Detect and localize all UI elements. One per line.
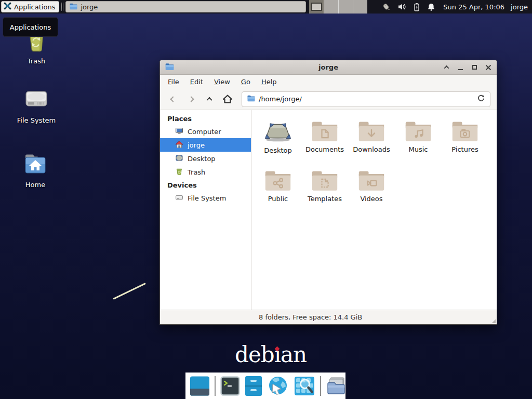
videos-folder-icon [357, 169, 385, 193]
folder-label: Public [268, 195, 288, 203]
forward-button[interactable] [184, 92, 198, 106]
terminal-launcher[interactable] [220, 376, 240, 396]
top-panel: Applications jorge [0, 0, 532, 14]
workspace-1-active[interactable] [309, 0, 324, 14]
folder-label: Downloads [353, 145, 390, 153]
desktop-line-artifact [113, 283, 145, 300]
taskbar-window-button[interactable]: jorge [65, 1, 306, 12]
close-button[interactable] [485, 64, 492, 71]
mouse-settings-icon[interactable] [381, 3, 391, 11]
trash-mini-icon [175, 167, 183, 177]
desktop-icon-home[interactable]: Home [4, 151, 66, 189]
web-browser-launcher[interactable] [267, 375, 289, 397]
location-path-text[interactable]: /home/jorge/ [259, 95, 302, 103]
menu-go[interactable]: Go [241, 78, 250, 86]
folder-item-music[interactable]: Music [395, 116, 442, 166]
menu-view[interactable]: View [214, 78, 230, 86]
applications-menu-button[interactable]: Applications [1, 1, 59, 12]
dock-separator [215, 376, 216, 396]
sidebar-item-desktop[interactable]: Desktop [160, 152, 251, 165]
location-bar[interactable]: /home/jorge/ [242, 91, 490, 107]
folder-label: Desktop [264, 147, 292, 154]
documents-folder-icon [311, 119, 339, 144]
app-finder-launcher[interactable] [294, 376, 315, 396]
window-title: jorge [318, 63, 338, 71]
dock [185, 373, 345, 399]
folder-grid: Desktop Docume [255, 116, 497, 215]
sidebar-item-trash[interactable]: Trash [160, 165, 251, 179]
tooltip-text: Applications [10, 23, 51, 31]
sidebar-item-label: Trash [188, 168, 205, 176]
panel-username[interactable]: jorge [511, 3, 528, 11]
show-desktop-launcher[interactable] [190, 376, 210, 396]
window-folder-icon [165, 62, 174, 72]
logo-text: deb [235, 342, 274, 367]
desktop-icon-filesystem[interactable]: File System [5, 86, 68, 124]
desktop-special-icon [263, 119, 293, 145]
logo-dotless-i: ı [274, 342, 281, 367]
sidebar-item-label: Computer [188, 128, 221, 136]
back-button[interactable] [166, 92, 180, 106]
file-manager-window: jorge File Edit View Go Help [159, 60, 497, 325]
folder-item-documents[interactable]: Documents [301, 116, 348, 166]
workspace-switcher[interactable] [309, 0, 367, 14]
applications-x-icon [4, 2, 11, 11]
resize-grip[interactable] [491, 319, 496, 323]
notification-bell-icon[interactable] [427, 3, 435, 11]
minimize-button[interactable] [457, 64, 464, 71]
up-button[interactable] [203, 92, 216, 106]
desktop-icon-label: File System [17, 116, 56, 124]
maximize-button[interactable] [471, 64, 478, 71]
folder-item-pictures[interactable]: Pictures [442, 116, 488, 166]
window-titlebar[interactable]: jorge [160, 60, 497, 75]
desktop-mini-icon [175, 154, 183, 164]
dock-separator [320, 376, 321, 396]
folder-label: Videos [360, 195, 382, 203]
computer-icon [175, 127, 183, 137]
home-folder-icon [22, 151, 49, 178]
folder-item-public[interactable]: Public [255, 166, 301, 215]
workspace-4[interactable] [353, 0, 367, 14]
folder-item-downloads[interactable]: Downloads [348, 116, 395, 166]
sidebar-item-computer[interactable]: Computer [160, 125, 251, 138]
menu-edit[interactable]: Edit [190, 78, 203, 86]
sidebar-item-label: jorge [188, 141, 205, 149]
status-bar: 8 folders, Free space: 14.4 GiB [160, 310, 497, 324]
menu-file[interactable]: File [168, 78, 179, 86]
desktop-icon-label: Trash [28, 57, 45, 65]
window-controls [443, 64, 492, 71]
applications-tooltip: Applications [3, 17, 58, 37]
battery-icon[interactable] [413, 3, 420, 11]
volume-icon[interactable] [397, 3, 406, 11]
workspace-2[interactable] [324, 0, 338, 14]
home-icon [175, 140, 183, 150]
workspace-window-miniature [311, 3, 322, 11]
logo-text: an [281, 342, 307, 367]
folder-item-templates[interactable]: Templates [301, 166, 348, 215]
system-tray [381, 3, 435, 11]
toolbar: /home/jorge/ [160, 88, 497, 110]
folder-label: Pictures [451, 145, 478, 153]
menu-bar: File Edit View Go Help [160, 75, 497, 88]
menu-help[interactable]: Help [261, 78, 277, 86]
panel-clock[interactable]: Sun 25 Apr, 10:06 [443, 3, 504, 11]
folder-item-desktop[interactable]: Desktop [255, 116, 301, 166]
downloads-folder-icon [357, 119, 385, 144]
workspace-3[interactable] [338, 0, 353, 14]
reload-icon[interactable] [477, 94, 485, 104]
panel-grip[interactable] [61, 3, 63, 11]
sidebar-item-filesystem[interactable]: File System [160, 191, 251, 205]
file-cabinet-launcher[interactable] [245, 376, 262, 396]
file-view[interactable]: Desktop Docume [251, 110, 497, 310]
sidebar-item-jorge[interactable]: jorge [160, 138, 251, 152]
templates-folder-icon [311, 169, 339, 193]
folder-item-videos[interactable]: Videos [348, 166, 395, 215]
applications-menu-label: Applications [14, 3, 55, 11]
sidebar-places-header: Places [160, 112, 251, 125]
home-button[interactable] [221, 92, 234, 106]
shade-button[interactable] [443, 64, 450, 71]
folder-launcher[interactable] [326, 376, 348, 396]
path-folder-icon [247, 95, 255, 103]
music-folder-icon [404, 119, 432, 144]
public-folder-icon [264, 169, 292, 193]
